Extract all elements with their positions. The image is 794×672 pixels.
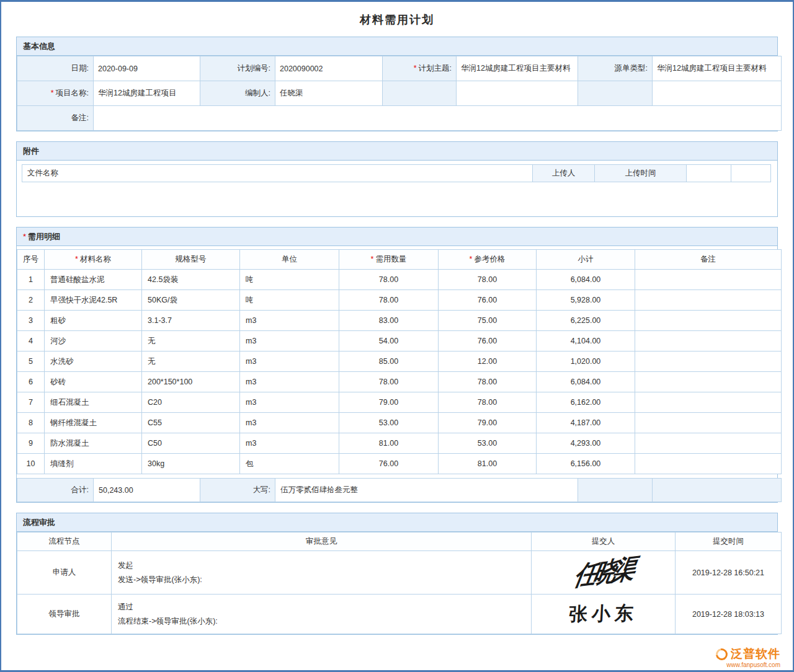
detail-row: 6 砂砖 200*150*100 m3 78.00 78.00 6,084.00 bbox=[17, 372, 782, 392]
detail-cell-price: 12.00 bbox=[439, 351, 537, 372]
required-asterisk: * bbox=[51, 89, 54, 97]
detail-cell-remark bbox=[635, 413, 782, 433]
detail-row: 3 粗砂 3.1-3.7 m3 83.00 75.00 6,225.00 bbox=[17, 311, 782, 331]
remark-field[interactable] bbox=[94, 106, 782, 131]
detail-cell-remark bbox=[635, 331, 782, 351]
field-value: 华润12城房建工程项目主要材料 bbox=[657, 64, 766, 73]
column-label: 提交人 bbox=[592, 537, 615, 546]
detail-cell-remark bbox=[635, 311, 782, 331]
detail-col-subtotal: 小计 bbox=[537, 250, 635, 270]
detail-cell-price: 53.00 bbox=[439, 433, 537, 454]
detail-cell-no: 8 bbox=[17, 413, 45, 433]
table-row: *项目名称: 华润12城房建工程项目 编制人: 任晓渠 bbox=[17, 81, 782, 106]
table-row: 合计: 50,243.00 大写: 伍万零贰佰肆拾叁元整 bbox=[17, 479, 782, 502]
column-label: 参考价格 bbox=[474, 255, 505, 263]
brand-name: 泛普软件 bbox=[731, 648, 780, 661]
total-amount-field[interactable]: 50,243.00 bbox=[94, 479, 200, 502]
detail-cell-price: 76.00 bbox=[439, 290, 537, 311]
detail-cell-remark bbox=[635, 392, 782, 413]
detail-cell-unit: 吨 bbox=[240, 270, 339, 290]
total-row-filler bbox=[578, 479, 653, 502]
detail-cell-unit: m3 bbox=[240, 331, 339, 351]
field-value: 任晓渠 bbox=[280, 89, 303, 97]
detail-cell-spec: C55 bbox=[142, 413, 240, 433]
brand-website-link[interactable]: www.fanpusoft.com bbox=[726, 661, 780, 668]
field-value: 50,243.00 bbox=[99, 486, 133, 495]
field-label: 合计: bbox=[71, 485, 89, 494]
column-label: 流程节点 bbox=[49, 537, 80, 546]
approval-col-time: 提交时间 bbox=[676, 533, 782, 551]
attach-col-extra bbox=[731, 165, 771, 182]
detail-cell-unit: m3 bbox=[240, 392, 339, 413]
empty-field[interactable] bbox=[653, 81, 782, 106]
detail-cell-spec: 50KG/袋 bbox=[142, 290, 240, 311]
detail-cell-qty: 53.00 bbox=[339, 413, 439, 433]
detail-cell-name: 河沙 bbox=[45, 331, 142, 351]
attachments-section: 附件 文件名称 上传人 上传时间 bbox=[16, 141, 778, 217]
detail-cell-unit: m3 bbox=[240, 351, 339, 372]
field-label: 项目名称: bbox=[56, 89, 89, 97]
detail-cell-unit: 吨 bbox=[240, 290, 339, 311]
detail-row: 4 河沙 无 m3 54.00 76.00 4,104.00 bbox=[17, 331, 782, 351]
detail-cell-name: 水洗砂 bbox=[45, 351, 142, 372]
detail-cell-name: 钢纤维混凝土 bbox=[45, 413, 142, 433]
project-name-field[interactable]: 华润12城房建工程项目 bbox=[94, 81, 200, 106]
detail-cell-no: 5 bbox=[17, 351, 45, 372]
required-asterisk: * bbox=[23, 232, 26, 241]
plan-no-field[interactable]: 2020090002 bbox=[275, 56, 383, 81]
detail-col-name: *材料名称 bbox=[45, 250, 142, 270]
detail-cell-remark bbox=[635, 372, 782, 392]
approval-opinion: 发起 发送->领导审批(张小东): bbox=[112, 551, 532, 595]
detail-cell-price: 79.00 bbox=[439, 413, 537, 433]
detail-cell-unit: m3 bbox=[240, 311, 339, 331]
approval-col-opinion: 审批意见 bbox=[112, 533, 532, 551]
attach-col-filename: 文件名称 bbox=[22, 165, 533, 182]
detail-cell-remark bbox=[635, 290, 782, 311]
detail-cell-spec: 200*150*100 bbox=[142, 372, 240, 392]
detail-cell-name: 粗砂 bbox=[45, 311, 142, 331]
approval-header: 流程审批 bbox=[17, 513, 777, 532]
empty-field[interactable] bbox=[457, 81, 578, 106]
date-field[interactable]: 2020-09-09 bbox=[94, 56, 200, 81]
detail-col-unit: 单位 bbox=[240, 250, 339, 270]
field-label: 备注: bbox=[71, 113, 89, 122]
approval-opinion: 通过 流程结束->领导审批(张小东): bbox=[112, 595, 532, 634]
source-type-field[interactable]: 华润12城房建工程项目主要材料 bbox=[653, 56, 782, 81]
detail-cell-price: 78.00 bbox=[439, 372, 537, 392]
detail-cell-price: 81.00 bbox=[439, 454, 537, 474]
field-label: 日期: bbox=[71, 64, 89, 73]
detail-cell-subtotal: 4,293.00 bbox=[537, 433, 635, 454]
amount-words-field[interactable]: 伍万零贰佰肆拾叁元整 bbox=[275, 479, 578, 502]
approval-action: 通过 bbox=[118, 600, 525, 614]
approval-action: 发起 bbox=[118, 559, 525, 573]
details-table: 序号 *材料名称 规格型号 单位 *需用数量 *参考价格 小计 备注 1 普通硅… bbox=[17, 249, 782, 474]
field-value: 华润12城房建工程项目主要材料 bbox=[461, 64, 570, 73]
detail-cell-no: 6 bbox=[17, 372, 45, 392]
column-label: 需用数量 bbox=[375, 255, 406, 263]
column-label: 规格型号 bbox=[176, 255, 207, 263]
column-label: 审批意见 bbox=[306, 537, 337, 546]
project-name-label: *项目名称: bbox=[17, 81, 94, 106]
detail-cell-subtotal: 6,162.00 bbox=[537, 392, 635, 413]
column-label: 上传时间 bbox=[625, 169, 656, 177]
detail-cell-subtotal: 6,225.00 bbox=[537, 311, 635, 331]
compiler-field[interactable]: 任晓渠 bbox=[275, 81, 383, 106]
column-label: 备注 bbox=[700, 255, 716, 263]
field-label: 编制人: bbox=[245, 89, 270, 97]
attachments-empty-area bbox=[17, 182, 777, 216]
field-label: 计划主题: bbox=[419, 64, 452, 73]
field-value: 伍万零贰佰肆拾叁元整 bbox=[280, 485, 358, 494]
approval-submit-time: 2019-12-28 16:50:21 bbox=[676, 551, 782, 595]
detail-cell-price: 78.00 bbox=[439, 392, 537, 413]
approval-submit-time: 2019-12-28 18:03:13 bbox=[676, 595, 782, 634]
field-label: 计划编号: bbox=[238, 64, 270, 73]
detail-cell-subtotal: 6,084.00 bbox=[537, 270, 635, 290]
attachments-header: 附件 bbox=[17, 142, 777, 161]
table-row: 文件名称 上传人 上传时间 bbox=[22, 165, 771, 182]
subject-field[interactable]: 华润12城房建工程项目主要材料 bbox=[457, 56, 578, 81]
detail-cell-name: 填缝剂 bbox=[45, 454, 142, 474]
detail-cell-qty: 83.00 bbox=[339, 311, 439, 331]
detail-cell-spec: 无 bbox=[142, 331, 240, 351]
approval-col-submitter: 提交人 bbox=[532, 533, 676, 551]
details-total-row: 合计: 50,243.00 大写: 伍万零贰佰肆拾叁元整 bbox=[17, 478, 782, 502]
